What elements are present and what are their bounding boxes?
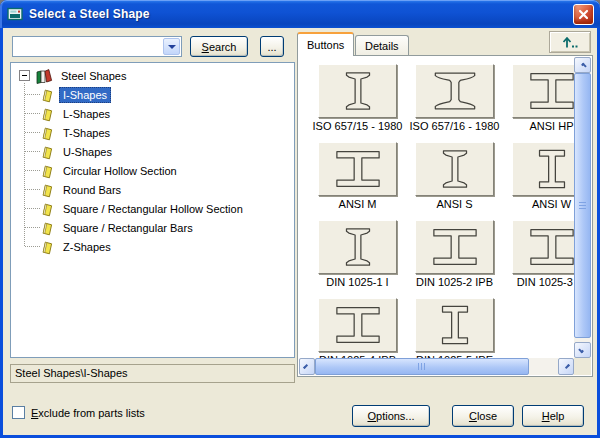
tree-item-square-rectangular-bars[interactable]: Square / Rectangular Bars (11, 218, 294, 237)
i-tapered-narrow-icon (324, 67, 392, 115)
folder-icon (40, 239, 55, 255)
tree-item-circular-hollow-section[interactable]: Circular Hollow Section (11, 161, 294, 180)
tree-root-label: Steel Shapes (57, 68, 130, 84)
shape-button-label: DIN 1025-1 I (318, 276, 397, 288)
folder-icon (40, 163, 55, 179)
exclude-parts-label: Exclude from parts lists (31, 407, 145, 419)
shape-cell-din-1025-4-ipb: DIN 1025-4 IPB (318, 298, 397, 360)
i-parallel-narrow-icon (518, 145, 577, 193)
i-tapered-narrow-icon (421, 145, 489, 193)
i-tapered-wide-icon (421, 67, 489, 115)
shape-button-label: ANSI HP (512, 120, 576, 132)
tab-details[interactable]: Details (355, 35, 409, 55)
tree-item-square-rectangular-hollow-section[interactable]: Square / Rectangular Hollow Section (11, 199, 294, 218)
chevron-down-icon (578, 347, 584, 353)
folder-icon (40, 125, 55, 141)
h-wide-icon (324, 145, 392, 193)
shape-cell-din-1025-3-ip: DIN 1025-3 IP (512, 220, 576, 298)
combobox-dropdown-icon[interactable] (163, 38, 180, 55)
h-wide-icon (518, 223, 577, 271)
h-wide-icon (421, 223, 489, 271)
shape-button-din-1025-4-ipb[interactable] (318, 298, 397, 352)
close-button[interactable] (573, 4, 594, 25)
search-button[interactable]: Search (190, 36, 248, 57)
tree-item-label: Round Bars (59, 182, 125, 198)
tab-buttons[interactable]: Buttons (297, 32, 354, 56)
vertical-scrollbar[interactable] (574, 57, 591, 358)
chevron-left-icon (303, 364, 308, 369)
close-dialog-button[interactable]: Close (452, 405, 514, 427)
tree-item-z-shapes[interactable]: Z-Shapes (11, 237, 294, 256)
up-level-icon (561, 35, 579, 49)
folder-icon (40, 87, 55, 103)
scroll-right-button[interactable] (558, 358, 574, 375)
folder-icon (40, 220, 55, 236)
tree-item-l-shapes[interactable]: L-Shapes (11, 104, 294, 123)
tree-item-i-shapes[interactable]: I-Shapes (11, 85, 294, 104)
search-combobox[interactable] (12, 36, 182, 57)
scroll-down-button[interactable] (574, 342, 591, 358)
folder-icon (40, 182, 55, 198)
shape-grid: ISO 657/15 - 1980ISO 657/16 - 1980ANSI H… (299, 57, 576, 360)
scroll-left-button[interactable] (299, 358, 315, 375)
tree-item-label: I-Shapes (59, 87, 111, 103)
shape-button-iso-657-15-1980[interactable] (318, 64, 397, 118)
exclude-parts-row[interactable]: Exclude from parts lists (12, 406, 145, 419)
shape-cell-din-1025-5-ipe: DIN 1025-5 IPE (415, 298, 494, 360)
titlebar[interactable]: Select a Steel Shape (0, 0, 600, 28)
help-button[interactable]: Help (522, 405, 584, 427)
shape-cell-ansi-m: ANSI M (318, 142, 397, 220)
shape-button-ansi-s[interactable] (415, 142, 494, 196)
horizontal-scrollbar[interactable] (299, 358, 574, 375)
tree-item-t-shapes[interactable]: T-Shapes (11, 123, 294, 142)
chevron-right-icon (565, 364, 570, 369)
shape-cell-ansi-s: ANSI S (415, 142, 494, 220)
folder-icon (40, 201, 55, 217)
tree-root-steel-shapes[interactable]: Steel Shapes (11, 66, 294, 85)
shape-button-label: DIN 1025-3 IP (512, 276, 576, 288)
tree-item-u-shapes[interactable]: U-Shapes (11, 142, 294, 161)
i-parallel-narrow-icon (421, 301, 489, 349)
shape-button-ansi-hp[interactable] (512, 64, 576, 118)
exclude-parts-checkbox[interactable] (12, 406, 25, 419)
shape-button-ansi-m[interactable] (318, 142, 397, 196)
scrollbar-corner (574, 358, 591, 375)
vertical-scrollbar-thumb[interactable] (574, 73, 591, 338)
up-level-button[interactable] (549, 31, 591, 53)
shape-button-label: ANSI W (512, 198, 576, 210)
collapse-icon[interactable] (19, 70, 30, 81)
shape-button-label: DIN 1025-2 IPB (415, 276, 494, 288)
select-steel-shape-dialog: Select a Steel Shape Search ... (0, 0, 600, 438)
shape-button-din-1025-5-ipe[interactable] (415, 298, 494, 352)
shape-button-din-1025-1-i[interactable] (318, 220, 397, 274)
shape-grid-viewport: ISO 657/15 - 1980ISO 657/16 - 1980ANSI H… (299, 57, 576, 360)
tree-connector (25, 151, 40, 152)
i-tapered-narrow-icon (324, 223, 392, 271)
horizontal-scrollbar-thumb[interactable] (315, 358, 529, 375)
shape-category-tree[interactable]: Steel Shapes I-Shapes L-Shapes (10, 62, 295, 358)
shape-cell-iso-657-16-1980: ISO 657/16 - 1980 (415, 64, 494, 142)
tree-connector (25, 227, 40, 228)
h-wide-icon (324, 301, 392, 349)
scroll-up-button[interactable] (574, 57, 591, 73)
tree-item-label: U-Shapes (59, 144, 116, 160)
shape-button-label: ISO 657/16 - 1980 (415, 120, 494, 132)
shape-button-din-1025-2-ipb[interactable] (415, 220, 494, 274)
browse-button[interactable]: ... (260, 36, 284, 57)
tree-item-label: T-Shapes (59, 125, 114, 141)
shape-cell-ansi-w: ANSI W (512, 142, 576, 220)
shape-button-iso-657-16-1980[interactable] (415, 64, 494, 118)
tree-connector (25, 170, 40, 171)
shape-button-label: ANSI S (415, 198, 494, 210)
tree-item-round-bars[interactable]: Round Bars (11, 180, 294, 199)
shape-cell-iso-657-15-1980: ISO 657/15 - 1980 (318, 64, 397, 142)
shape-button-din-1025-3-ip[interactable] (512, 220, 576, 274)
tree-item-label: Z-Shapes (59, 239, 115, 255)
folder-icon (40, 106, 55, 122)
shape-button-label: ANSI M (318, 198, 397, 210)
app-icon (7, 6, 24, 22)
shape-button-ansi-w[interactable] (512, 142, 576, 196)
options-button[interactable]: Options... (352, 405, 430, 427)
chevron-up-icon (581, 62, 587, 68)
tree-items: I-Shapes L-Shapes T-Shapes U-Shapes (11, 85, 294, 256)
